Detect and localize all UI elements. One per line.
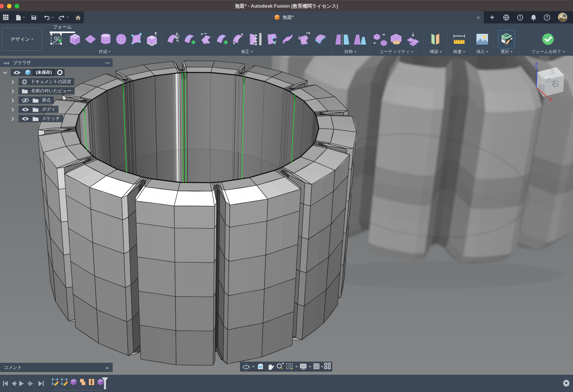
svg-text:右: 右 — [550, 78, 560, 88]
svg-text:Z: Z — [535, 61, 538, 67]
svg-text:?: ? — [546, 15, 548, 20]
svg-text:X: X — [549, 96, 552, 102]
